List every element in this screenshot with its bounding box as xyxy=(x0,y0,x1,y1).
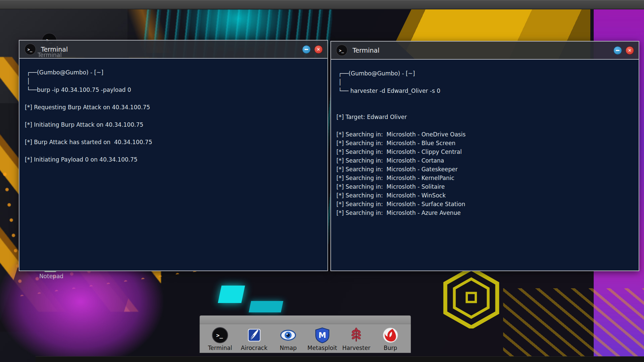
dock-body: >_ Terminal Airocrack xyxy=(200,324,411,353)
desktop-notepad-label[interactable]: Notepad xyxy=(33,273,70,280)
dock-item-label: Nmap xyxy=(280,345,297,351)
close-button[interactable]: ✕ xyxy=(314,45,323,54)
close-button[interactable]: ✕ xyxy=(626,46,634,55)
window-title: Terminal xyxy=(353,47,379,54)
close-icon: ✕ xyxy=(628,48,632,53)
terminal-icon: >_ xyxy=(336,44,348,56)
svg-text:>_: >_ xyxy=(339,48,344,53)
minimize-button[interactable] xyxy=(613,46,622,55)
harvester-icon xyxy=(348,327,365,344)
terminal-icon: >_ xyxy=(212,327,228,344)
dock: >_ Terminal Airocrack xyxy=(200,315,411,353)
dock-item-label: Metasploit xyxy=(308,345,337,351)
dock-item-burp[interactable]: Burp xyxy=(374,327,407,351)
background-cyan-block xyxy=(218,286,245,303)
titlebar[interactable]: >_ Terminal ✕ xyxy=(331,42,639,60)
dock-item-label: Burp xyxy=(384,345,397,351)
minimize-icon xyxy=(305,49,308,50)
dock-shelf xyxy=(200,315,411,324)
metasploit-icon: M xyxy=(314,327,331,344)
airocrack-icon xyxy=(246,327,263,344)
close-icon: ✕ xyxy=(317,47,320,52)
dock-item-metasploit[interactable]: M Metasploit xyxy=(306,327,338,351)
dock-item-nmap[interactable]: Nmap xyxy=(272,327,304,351)
crest-emblem xyxy=(443,266,500,328)
nmap-icon xyxy=(280,327,297,344)
background-yellow-lines xyxy=(503,288,644,362)
bottom-taskbar xyxy=(36,356,644,362)
dock-item-label: Harvester xyxy=(342,345,371,351)
background-cyan-block-2 xyxy=(249,301,283,312)
burp-icon xyxy=(382,327,399,344)
svg-text:M: M xyxy=(318,331,326,340)
terminal-output[interactable]: ┌──(Gumbo@Gumbo) - [~] │ └──burp -ip 40.… xyxy=(19,59,327,270)
desktop-terminal-label[interactable]: Terminal xyxy=(33,52,66,58)
dock-item-airocrack[interactable]: Airocrack xyxy=(238,327,270,351)
svg-text:>_: >_ xyxy=(28,47,33,52)
dock-item-label: Terminal xyxy=(208,345,232,351)
terminal-window-right: >_ Terminal ✕ ┌──(Gumbo@Gumbo) - [~] │ └… xyxy=(330,41,639,271)
terminal-window-left: >_ Terminal ✕ ┌──(Gumbo@Gumbo) - [~] │ └… xyxy=(19,40,328,271)
dock-item-terminal[interactable]: >_ Terminal xyxy=(204,327,236,351)
dock-item-harvester[interactable]: Harvester xyxy=(340,327,372,351)
top-bar xyxy=(0,0,644,9)
svg-text:>_: >_ xyxy=(216,332,223,339)
minimize-icon xyxy=(616,50,620,51)
minimize-button[interactable] xyxy=(302,45,311,54)
terminal-output[interactable]: ┌──(Gumbo@Gumbo) - [~] │ └── harvester -… xyxy=(331,60,639,270)
dock-item-label: Airocrack xyxy=(241,345,267,351)
